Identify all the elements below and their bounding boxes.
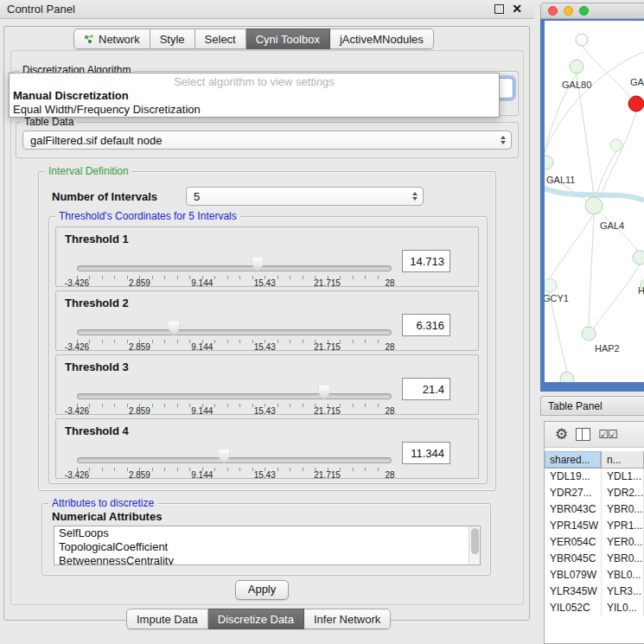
network-node[interactable] [610, 139, 622, 151]
network-node[interactable] [585, 197, 603, 214]
table-cell[interactable]: YBR043C [545, 501, 602, 518]
network-node[interactable] [628, 96, 644, 112]
table-row[interactable]: YIL052CYIL0... [545, 600, 644, 616]
table-row[interactable]: YER054CYER0... [545, 534, 644, 551]
attribute-item[interactable]: TopologicalCoefficient [54, 540, 480, 554]
table-cell[interactable]: YDL1... [602, 469, 644, 485]
table-row[interactable]: YDL19...YDL1... [545, 469, 644, 485]
slider-track[interactable] [77, 457, 392, 463]
table-cell[interactable]: YBL079W [545, 567, 602, 583]
network-edge [596, 151, 616, 198]
list-scrollbar[interactable] [469, 526, 480, 564]
attribute-item[interactable]: SelfLoops [54, 526, 480, 540]
table-row[interactable]: YBR045CYBR0... [545, 551, 644, 567]
tab-jactivemnodules[interactable]: jActiveMNodules [330, 29, 434, 49]
tab-network[interactable]: Network [73, 29, 150, 49]
scale-label: 28 [385, 406, 394, 416]
table-cell[interactable]: YER0... [602, 534, 644, 551]
minimize-traffic-light[interactable] [564, 6, 573, 16]
slider-track[interactable] [77, 265, 392, 271]
table-cell[interactable]: YBR0... [602, 551, 644, 567]
apply-button[interactable]: Apply [235, 580, 289, 600]
network-node[interactable] [633, 251, 644, 265]
network-canvas[interactable]: GAL80GAGAL11GAL4GCY1HHAP2 [545, 21, 644, 382]
table-data-combobox[interactable]: galFiltered.sif default node [22, 131, 512, 150]
threshold-1-panel: Threshold 1 -3.4262.8599.14415.4321.7152… [55, 226, 479, 287]
threshold-2-slider[interactable] [77, 321, 390, 341]
threshold-3-value[interactable]: 21.4 [402, 378, 450, 400]
slider-track[interactable] [77, 393, 392, 399]
table-cell[interactable]: YLR345W [545, 583, 602, 600]
network-window-titlebar[interactable] [540, 3, 644, 19]
table-row[interactable]: YBR043CYBR0... [545, 501, 644, 518]
tab-select[interactable]: Select [195, 29, 246, 49]
threshold-2-label: Threshold 2 [65, 296, 129, 309]
threshold-2-value[interactable]: 6.316 [402, 314, 450, 336]
table-cell[interactable]: YBR0... [602, 501, 644, 518]
tab-discretize-data[interactable]: Discretize Data [208, 609, 304, 629]
table-row[interactable]: YPR145WYPR1... [545, 518, 644, 534]
column-header-name[interactable]: n... [602, 451, 644, 469]
threshold-4-slider[interactable] [77, 449, 390, 469]
table-cell[interactable]: YPR145W [545, 518, 602, 534]
tab-cyni-toolbox[interactable]: Cyni Toolbox [246, 29, 330, 49]
table-cell[interactable]: YIL0... [602, 600, 644, 616]
slider-scale: -3.4262.8599.14415.4321.71528 [77, 278, 390, 289]
popup-option-equal-width[interactable]: Equal Width/Frequency Discretization [10, 103, 499, 117]
column-header-shared-name[interactable]: shared... [545, 451, 602, 469]
threshold-4-value[interactable]: 11.344 [402, 442, 450, 464]
tab-infer-network[interactable]: Infer Network [304, 609, 391, 629]
network-node[interactable] [576, 34, 588, 46]
scale-label: 15.43 [254, 470, 276, 480]
table-cell[interactable]: YLR3... [602, 583, 644, 600]
table-panel-header[interactable]: Table Panel [540, 396, 644, 416]
gear-icon[interactable]: ⚙ [555, 427, 568, 442]
zoom-traffic-light[interactable] [579, 6, 589, 16]
network-node[interactable] [570, 60, 583, 73]
table-row[interactable]: YBL079WYBL0... [545, 567, 644, 583]
tab-label: jActiveMNodules [340, 33, 424, 46]
tab-style[interactable]: Style [150, 29, 195, 49]
close-icon[interactable]: ✕ [512, 3, 522, 14]
number-of-intervals-spinner[interactable]: 5 [186, 187, 424, 206]
table-cell[interactable]: YPR1... [602, 518, 644, 534]
popup-placeholder-option[interactable]: Select algorithm to view settings [10, 75, 499, 89]
scale-label: 9.144 [191, 278, 213, 288]
network-tab-icon [84, 34, 94, 44]
float-window-icon[interactable] [494, 4, 504, 14]
table-cell[interactable]: YDL19... [545, 469, 602, 485]
network-node[interactable] [582, 327, 596, 341]
table-cell[interactable]: YIL052C [545, 600, 602, 616]
table-cell[interactable]: YDR27... [545, 485, 602, 501]
select-all-checkbox-icon[interactable]: ☑☑ [598, 429, 616, 440]
table-row[interactable]: YLR345WYLR3... [545, 583, 644, 600]
network-node[interactable] [545, 156, 553, 169]
threshold-3-slider[interactable] [77, 385, 390, 405]
scrollbar-thumb[interactable] [471, 528, 479, 554]
table-cell[interactable]: YBL0... [602, 567, 644, 583]
table-data-group-label: Table Data [21, 116, 77, 128]
numerical-attributes-list[interactable]: SelfLoopsTopologicalCoefficientBetweenne… [54, 526, 481, 565]
table-cell[interactable]: YBR045C [545, 551, 602, 567]
table-cell[interactable]: YER054C [545, 534, 602, 551]
node-label: H [638, 285, 644, 296]
table-panel-title: Table Panel [548, 400, 603, 412]
network-canvas-area[interactable]: GAL80GAGAL11GAL4GCY1HHAP2 [545, 21, 644, 382]
columns-icon[interactable] [576, 428, 590, 441]
attribute-item[interactable]: BetweennessCentrality [54, 554, 480, 565]
tab-impute-data[interactable]: Impute Data [126, 609, 208, 629]
control-panel: Control Panel ✕ Network Style Select Cyn… [0, 0, 534, 644]
tab-label: Discretize Data [218, 613, 294, 626]
popup-option-manual-discretization[interactable]: Manual Discretization [10, 89, 499, 103]
table-cell[interactable]: YDR2... [602, 485, 644, 501]
numerical-attributes-label: Numerical Attributes [52, 510, 162, 523]
table-row[interactable]: YDR27...YDR2... [545, 485, 644, 501]
slider-track[interactable] [77, 329, 392, 335]
network-node[interactable] [560, 372, 574, 382]
threshold-1-slider[interactable] [77, 257, 390, 277]
control-panel-titlebar[interactable]: Control Panel ✕ [0, 0, 534, 19]
threshold-1-value[interactable]: 14.713 [402, 250, 450, 272]
network-node[interactable] [545, 278, 557, 292]
node-table-window: ⚙ ☑☑ shared... n... YDL19...YDL1...YDR27… [544, 421, 644, 644]
close-traffic-light[interactable] [548, 6, 558, 16]
